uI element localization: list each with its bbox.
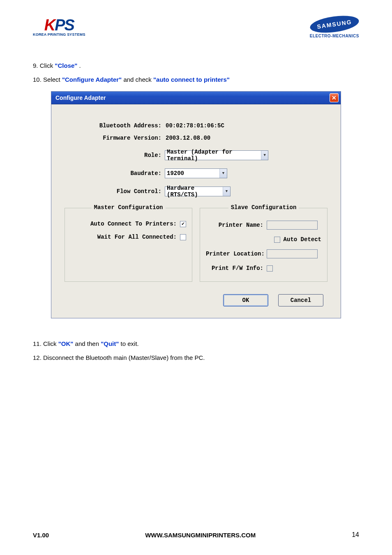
kps-logo: KPS KOREA PRINTING SYSTEMS xyxy=(33,16,85,37)
instruction-11: 11. Click "OK" and then "Quit" to exit. xyxy=(33,339,359,349)
auto-detect-row: Auto Detect xyxy=(206,236,321,243)
wait-all-row: Wait For All Connected: xyxy=(71,234,186,240)
slave-configuration-legend: Slave Configuration xyxy=(228,204,299,211)
instruction-9-num: 9. xyxy=(33,62,40,69)
instruction-10-hl2: "auto connect to printers" xyxy=(153,76,230,83)
chevron-down-icon: ▼ xyxy=(223,187,230,196)
flow-control-select-value: Hardware (RTS/CTS) xyxy=(167,185,223,198)
flow-control-select[interactable]: Hardware (RTS/CTS) ▼ xyxy=(165,187,231,196)
firmware-version-label: Firmware Version: xyxy=(65,135,165,141)
master-configuration-legend: Master Configuration xyxy=(91,204,165,211)
print-fw-info-label: Print F/W Info: xyxy=(206,265,267,272)
print-fw-info-checkbox[interactable] xyxy=(267,265,273,272)
chevron-down-icon: ▼ xyxy=(261,151,268,160)
instruction-11-hl1: "OK" xyxy=(58,340,74,347)
samsung-logo-subtitle: ELECTRO-MECHANICS xyxy=(310,34,359,38)
firmware-version-value: 2003.12.08.00 xyxy=(165,135,210,141)
instruction-12-num: 12. xyxy=(33,354,43,361)
instruction-11-hl2: "Quit" xyxy=(101,340,119,347)
baudrate-select[interactable]: 19200 ▼ xyxy=(165,168,227,178)
close-icon[interactable]: ✕ xyxy=(330,93,339,102)
baudrate-label: Baudrate: xyxy=(65,170,165,177)
instruction-10-hl1: "Configure Adapter" xyxy=(62,76,122,83)
bluetooth-address-label: Bluetooth Address: xyxy=(65,122,165,129)
instruction-9-post: . xyxy=(77,62,81,69)
bluetooth-address-value: 00:02:78:01:06:5C xyxy=(165,122,224,129)
printer-location-row: Printer Location: xyxy=(206,249,321,258)
instruction-10: 10. Select "Configure Adapter" and check… xyxy=(33,75,359,85)
firmware-version-row: Firmware Version: 2003.12.08.00 xyxy=(65,135,327,141)
auto-connect-checkbox[interactable] xyxy=(180,221,186,227)
instruction-12: 12. Disconnect the Bluetooth main (Maste… xyxy=(33,353,359,363)
print-fw-info-row: Print F/W Info: xyxy=(206,265,321,272)
role-select[interactable]: Master (Adapter for Terminal) ▼ xyxy=(165,150,268,160)
dialog-buttons: OK Cancel xyxy=(65,294,327,306)
baudrate-select-value: 19200 xyxy=(167,170,219,177)
flow-control-row: Flow Control: Hardware (RTS/CTS) ▼ xyxy=(65,187,327,196)
dialog-body: Bluetooth Address: 00:02:78:01:06:5C Fir… xyxy=(51,104,341,318)
instruction-9: 9. Click "Close" . xyxy=(33,61,359,71)
flow-control-label: Flow Control: xyxy=(65,188,165,195)
kps-logo-s: S xyxy=(65,16,74,34)
cancel-button[interactable]: Cancel xyxy=(278,294,323,306)
kps-logo-p: P xyxy=(55,16,64,34)
auto-detect-checkbox[interactable] xyxy=(274,237,280,243)
printer-name-field[interactable] xyxy=(267,221,318,230)
auto-detect-label: Auto Detect xyxy=(284,236,321,243)
configure-adapter-dialog: Configure Adapter ✕ Bluetooth Address: 0… xyxy=(51,91,341,318)
printer-name-row: Printer Name: xyxy=(206,221,321,230)
slave-configuration-fieldset: Slave Configuration Printer Name: Auto D… xyxy=(200,208,327,282)
dialog-titlebar: Configure Adapter ✕ xyxy=(51,92,341,104)
footer-page-number: 14 xyxy=(352,531,359,539)
printer-name-label: Printer Name: xyxy=(206,222,267,228)
auto-connect-label: Auto Connect To Printers: xyxy=(71,221,180,227)
footer-site: WWW.SAMSUNGMINIPRINTERS.COM xyxy=(145,532,256,539)
wait-all-checkbox[interactable] xyxy=(180,234,186,240)
footer-version: V1.00 xyxy=(33,532,49,539)
instruction-11-mid: and then xyxy=(73,340,101,347)
printer-location-field[interactable] xyxy=(267,249,318,258)
baudrate-row: Baudrate: 19200 ▼ xyxy=(65,168,327,178)
instruction-11-pre: Click xyxy=(43,340,58,347)
instruction-12-text: Disconnect the Bluetooth main (Master/Sl… xyxy=(43,354,205,361)
role-row: Role: Master (Adapter for Terminal) ▼ xyxy=(65,150,327,160)
instruction-9-pre: Click xyxy=(40,62,55,69)
samsung-logo: SAMSUNG ELECTRO-MECHANICS xyxy=(310,16,359,38)
role-select-value: Master (Adapter for Terminal) xyxy=(167,149,261,162)
instruction-11-num: 11. xyxy=(33,340,43,347)
instruction-10-pre: Select xyxy=(43,76,62,83)
instruction-10-mid: and check xyxy=(122,76,153,83)
role-label: Role: xyxy=(65,152,165,159)
instruction-11-post: to exit. xyxy=(119,340,138,347)
page-header: KPS KOREA PRINTING SYSTEMS SAMSUNG ELECT… xyxy=(33,16,359,38)
dialog-title: Configure Adapter xyxy=(55,94,106,101)
ok-button[interactable]: OK xyxy=(223,294,268,306)
page-footer: V1.00 WWW.SAMSUNGMINIPRINTERS.COM 14 xyxy=(33,531,359,539)
kps-logo-subtitle: KOREA PRINTING SYSTEMS xyxy=(33,32,85,37)
instruction-10-num: 10. xyxy=(33,76,43,83)
kps-logo-k: K xyxy=(44,16,55,34)
master-configuration-fieldset: Master Configuration Auto Connect To Pri… xyxy=(65,208,192,282)
bluetooth-address-row: Bluetooth Address: 00:02:78:01:06:5C xyxy=(65,122,327,129)
instruction-9-hl1: "Close" xyxy=(55,62,77,69)
printer-location-label: Printer Location: xyxy=(206,251,267,257)
wait-all-label: Wait For All Connected: xyxy=(71,234,180,240)
samsung-logo-oval: SAMSUNG xyxy=(309,13,360,35)
auto-connect-row: Auto Connect To Printers: xyxy=(71,221,186,227)
chevron-down-icon: ▼ xyxy=(219,169,227,178)
